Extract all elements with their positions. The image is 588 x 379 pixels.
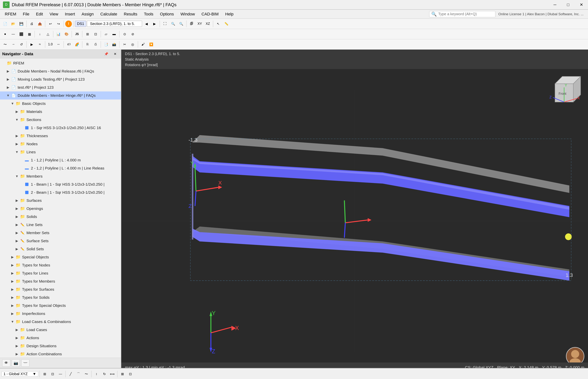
tree-item-section-1[interactable]: 1 - Sqr HSS 3-1/2x3-1/2x0.250 | AISC 16 xyxy=(0,124,121,132)
deselect[interactable]: ⊡ xyxy=(127,370,134,378)
select-all[interactable]: ⊠ xyxy=(119,370,126,378)
zoom-fit[interactable]: ⛶ xyxy=(161,20,169,28)
open-button[interactable]: 📂 xyxy=(10,20,17,28)
deformation-button[interactable]: 〜 xyxy=(1,41,9,48)
label-button[interactable]: 🏷 xyxy=(65,41,73,48)
zoom-in[interactable]: 🔍 xyxy=(169,20,177,28)
snap-line[interactable]: — xyxy=(57,370,64,378)
section-view[interactable]: ⊘ xyxy=(129,31,136,38)
tree-item-load-cases[interactable]: ▼📁Load Cases & Combinations xyxy=(0,318,121,326)
tree-item-member-1[interactable]: 1 - Beam | 1 - Sqr HSS 3-1/2x3-1/2x0.250… xyxy=(0,180,121,189)
menu-results[interactable]: Results xyxy=(121,11,141,18)
animation-button[interactable]: ▶ xyxy=(28,41,35,48)
edit-mirror[interactable]: ⟺ xyxy=(109,370,116,378)
menu-help[interactable]: Help xyxy=(222,11,237,18)
select-button[interactable]: ↖ xyxy=(215,20,222,28)
tree-item-action-combinations[interactable]: ▶📁Action Combinations xyxy=(0,350,121,358)
maximize-button[interactable]: □ xyxy=(562,0,575,10)
tree-item-types-surfaces[interactable]: ▶📁Types for Surfaces xyxy=(0,285,121,293)
draw-arc[interactable]: ⌒ xyxy=(75,370,82,378)
menu-options[interactable]: Options xyxy=(157,11,177,18)
new-button[interactable]: 📄 xyxy=(1,20,9,28)
menu-file[interactable]: File xyxy=(19,11,33,18)
transparency[interactable]: ◎ xyxy=(129,41,136,48)
nav-pin-button[interactable]: 📌 xyxy=(102,50,110,58)
view-3d[interactable]: 🗐 xyxy=(188,20,195,28)
tree-item-members[interactable]: ▼📁Members xyxy=(0,172,121,180)
tree-item-openings[interactable]: ▶📁Openings xyxy=(0,205,121,213)
paint-button[interactable]: 🖌 xyxy=(139,41,147,48)
render-wire[interactable]: ▱ xyxy=(102,31,110,38)
tree-item-types-lines[interactable]: ▶📁Types for Lines xyxy=(0,269,121,277)
paste-view[interactable]: ⎙ xyxy=(92,41,99,48)
menu-insert[interactable]: Insert xyxy=(62,11,78,18)
tree-item-line-2[interactable]: 2 - 1,2 | Polyline | L : 4.000 m | Line … xyxy=(0,164,121,172)
tree-item-line-1[interactable]: 1 - 1,2 | Polyline | L : 4.000 m xyxy=(0,156,121,164)
tree-item-lines[interactable]: ▼📁Lines xyxy=(0,148,121,156)
tree-item-member-2[interactable]: 2 - Beam | 1 - Sqr HSS 3-1/2x3-1/2x0.250… xyxy=(0,189,121,196)
menu-assign[interactable]: Assign xyxy=(78,11,97,18)
prev-section[interactable]: ◀ xyxy=(143,20,150,28)
canvas-area[interactable]: DS1 - Section 2.3 (LRFD), 1. to 5. Stati… xyxy=(121,49,588,368)
cs-dropdown[interactable]: 1 - Global XYZ ▼ xyxy=(1,371,38,377)
measure-button[interactable]: 📏 xyxy=(223,20,230,28)
display-colors[interactable]: 🎨 xyxy=(63,31,70,38)
js-button[interactable]: JS xyxy=(73,31,81,38)
minimize-button[interactable]: ─ xyxy=(548,0,562,10)
display-loads[interactable]: ↓ xyxy=(36,31,44,38)
screenshot-button[interactable]: 📸 xyxy=(110,41,118,48)
section-dropdown[interactable]: Section 2.3 (LRFD), 1. to 5. xyxy=(87,21,142,27)
nav-route-button[interactable]: 〰 xyxy=(21,359,29,367)
tree-item-rfem-root[interactable]: 📁RFEM xyxy=(0,59,121,67)
display-results[interactable]: 📊 xyxy=(55,31,62,38)
menu-window[interactable]: Window xyxy=(177,11,198,18)
report-button[interactable]: 📑 xyxy=(102,41,110,48)
draw-line[interactable]: ╱ xyxy=(67,370,74,378)
tree-item-solids[interactable]: ▶📁Solids xyxy=(0,213,121,221)
nav-eye-button[interactable]: 👁 xyxy=(2,359,10,367)
tree-item-special-objects[interactable]: ▶📁Special Objects xyxy=(0,253,121,261)
menu-rfem[interactable]: RFEM xyxy=(1,11,19,18)
edit-move[interactable]: ↕ xyxy=(93,370,100,378)
tree-item-types-solids[interactable]: ▶📁Types for Solids xyxy=(0,293,121,301)
calculate-button[interactable]: ! xyxy=(65,21,72,27)
tree-item-types-nodes[interactable]: ▶📁Types for Nodes xyxy=(0,261,121,269)
save-button[interactable]: 💾 xyxy=(18,20,25,28)
tree-item-item-nodal[interactable]: ▶📄Double Members - Nodal Release.rf6 | F… xyxy=(0,67,121,75)
draw-spline[interactable]: 〜 xyxy=(83,370,90,378)
display-supports[interactable]: △ xyxy=(44,31,52,38)
canvas-content[interactable]: X Y Z -1.3 1.3 xyxy=(121,69,588,368)
show-values[interactable]: 1.0 xyxy=(47,41,54,48)
zoom-out[interactable]: 🔍 xyxy=(178,20,185,28)
tree-item-load-cases-sub[interactable]: ▶📁Load Cases xyxy=(0,326,121,334)
snap-point[interactable]: ⊡ xyxy=(49,370,56,378)
print-button[interactable]: 🖨 xyxy=(28,20,35,28)
tree-item-materials[interactable]: ▶📁Materials xyxy=(0,108,121,116)
tree-item-imperfections[interactable]: ▶📁Imperfections xyxy=(0,310,121,318)
menu-calculate[interactable]: Calculate xyxy=(97,11,121,18)
tree-item-surfaces[interactable]: ▶📁Surfaces xyxy=(0,196,121,205)
section-cut[interactable]: ✂ xyxy=(121,41,128,48)
force-button[interactable]: → xyxy=(10,41,17,48)
tree-item-item-double[interactable]: ▼📄Double Members - Member Hinge.rf6* | F… xyxy=(0,92,121,99)
tree-item-basic-objects[interactable]: ▼📁Basic Objects xyxy=(0,99,121,108)
menu-view[interactable]: View xyxy=(46,11,62,18)
view-xy[interactable]: XY xyxy=(196,20,203,28)
close-button[interactable]: ✕ xyxy=(575,0,588,10)
tree-item-line-sets[interactable]: ▶✏️Line Sets xyxy=(0,221,121,229)
undo-button[interactable]: ↩ xyxy=(47,20,54,28)
snap-button[interactable]: ⊡ xyxy=(92,31,99,38)
tree-item-item-moving[interactable]: ▶📄Moving Loads Testing.rf6* | Project 12… xyxy=(0,75,121,83)
tree-item-design-situations[interactable]: ▶📁Design Situations xyxy=(0,342,121,350)
tree-item-types-special[interactable]: ▶📁Types for Special Objects xyxy=(0,301,121,310)
edit-rotate[interactable]: ↻ xyxy=(101,370,108,378)
tree-item-item-test[interactable]: ▶📄test.rf6* | Project 123 xyxy=(0,83,121,92)
tree-item-sections[interactable]: ▼📁Sections xyxy=(0,116,121,124)
tree-item-nodes[interactable]: ▶📁Nodes xyxy=(0,140,121,148)
color-scale[interactable]: 🌈 xyxy=(73,41,81,48)
contour-button[interactable]: ≈ xyxy=(36,41,44,48)
snap-grid[interactable]: ⊞ xyxy=(41,370,48,378)
filter-button[interactable]: 🔽 xyxy=(147,41,155,48)
render-solid[interactable]: ▬ xyxy=(110,31,118,38)
nav-cam-button[interactable]: 📷 xyxy=(12,359,20,367)
